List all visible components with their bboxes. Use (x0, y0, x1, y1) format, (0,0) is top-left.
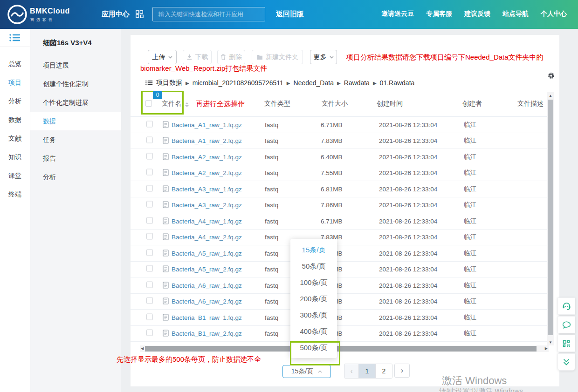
column-header-filename[interactable]: 文件名 (162, 100, 181, 108)
app-search-input[interactable] (152, 7, 265, 21)
select-all-checkbox[interactable] (145, 100, 152, 107)
file-name-link[interactable]: Bacteria_A4_raw_1.fq.gz (172, 217, 242, 224)
chevron-up-icon (318, 370, 322, 373)
page-number-button[interactable]: 2 (376, 364, 392, 378)
file-name-link[interactable]: Bacteria_A6_raw_1.fq.gz (172, 282, 242, 289)
breadcrumb-segment[interactable]: Rawdata (344, 79, 370, 87)
header-nav-item[interactable]: 邀请送云豆 (381, 10, 414, 18)
file-name-link[interactable]: Bacteria_A2_raw_1.fq.gz (172, 153, 242, 160)
file-name-link[interactable]: Bacteria_A5_raw_2.fq.gz (172, 266, 242, 273)
rail-item-1[interactable]: 项目 (0, 73, 30, 92)
row-checkbox[interactable] (146, 185, 153, 191)
file-name-link[interactable]: Bacteria_A1_raw_1.fq.gz (172, 121, 242, 128)
row-checkbox[interactable] (146, 297, 153, 304)
scroll-up-icon[interactable]: ▲ (547, 94, 554, 98)
vertical-scrollbar[interactable]: ▲ ▼ (547, 92, 554, 345)
customer-service-button[interactable] (557, 297, 575, 315)
menu-toggle-icon[interactable] (0, 29, 30, 47)
row-checkbox[interactable] (146, 313, 153, 320)
page-number-button[interactable]: 1 (359, 364, 376, 378)
bmk-logo-icon[interactable] (7, 4, 28, 27)
breadcrumb-segment[interactable]: 01.Rawdata (380, 79, 415, 87)
prev-page-button[interactable]: ‹ (344, 364, 359, 378)
gear-icon[interactable] (547, 72, 555, 81)
delete-label: 删除 (229, 53, 242, 61)
rail-item-0[interactable]: 总览 (0, 54, 30, 73)
download-button[interactable]: 下载 (183, 50, 212, 64)
scroll-left-icon[interactable]: ◀ (141, 346, 144, 351)
row-checkbox[interactable] (146, 121, 153, 127)
rail-item-4[interactable]: 文献 (0, 129, 30, 148)
new-folder-label: 新建文件夹 (266, 53, 298, 61)
file-name-link[interactable]: Bacteria_A5_raw_1.fq.gz (172, 250, 242, 257)
header-nav-item[interactable]: 建议反馈 (464, 10, 490, 18)
rail-item-2[interactable]: 分析 (0, 92, 30, 110)
file-creator: 临江 (464, 201, 476, 209)
app-center-link[interactable]: 应用中心 (102, 10, 130, 19)
row-checkbox[interactable] (146, 233, 153, 240)
header-nav-item[interactable]: 个人中心 (541, 10, 567, 18)
header-nav-item[interactable]: 专属客服 (426, 10, 452, 18)
page-size-option[interactable]: 500条/页 (290, 339, 337, 356)
rail-item-3[interactable]: 数据 (0, 110, 30, 129)
bmkcloud-app: BMKCloud 百迈客云 应用中心 返回旧版 邀请送云豆专属客服建议反馈站点导… (0, 0, 578, 392)
horizontal-scrollbar[interactable]: ◀ ▶ (140, 345, 549, 352)
breadcrumb-segment[interactable]: Needed_Data (294, 79, 334, 87)
page-size-option[interactable]: 15条/页 (290, 242, 337, 258)
breadcrumb-segment[interactable]: microbial_20210826095726511 (193, 79, 283, 87)
new-folder-button[interactable]: 新建文件夹 (252, 50, 303, 64)
file-doc-icon (163, 329, 169, 338)
page-size-option[interactable]: 200条/页 (290, 291, 337, 307)
sidebar-item-5[interactable]: 报告 (30, 149, 121, 168)
horizontal-scrollbar-thumb[interactable] (145, 346, 537, 351)
sidebar-item-4[interactable]: 任务 (30, 130, 121, 149)
qr-code-button[interactable] (557, 335, 575, 352)
page-size-option[interactable]: 100条/页 (290, 274, 337, 291)
file-name-link[interactable]: Bacteria_B1_raw_1.fq.gz (172, 314, 242, 321)
vertical-scrollbar-thumb[interactable] (548, 100, 553, 335)
collapse-button[interactable] (557, 353, 575, 371)
page-size-option[interactable]: 400条/页 (290, 323, 337, 339)
sidebar-item-3[interactable]: 数据 (30, 112, 121, 130)
row-checkbox[interactable] (146, 169, 153, 176)
file-name-link[interactable]: Bacteria_A2_raw_2.fq.gz (172, 169, 242, 176)
file-name-link[interactable]: Bacteria_B1_raw_2.fq.gz (172, 330, 242, 337)
breadcrumb-root[interactable]: 项目数据 (156, 79, 182, 87)
rail-item-6[interactable]: 课堂 (0, 166, 30, 185)
row-checkbox[interactable] (146, 201, 153, 208)
top-header: BMKCloud 百迈客云 应用中心 返回旧版 邀请送云豆专属客服建议反馈站点导… (0, 0, 578, 29)
page-size-option[interactable]: 50条/页 (290, 258, 337, 274)
row-checkbox[interactable] (146, 249, 153, 256)
rail-item-5[interactable]: 知识 (0, 148, 30, 166)
row-checkbox[interactable] (146, 217, 153, 223)
file-name-link[interactable]: Bacteria_A3_raw_2.fq.gz (172, 202, 242, 209)
rail-item-7[interactable]: 终端 (0, 185, 30, 203)
next-page-button[interactable]: › (394, 364, 410, 378)
header-nav-item[interactable]: 站点导航 (502, 10, 529, 18)
file-name-link[interactable]: Bacteria_A4_raw_2.fq.gz (172, 234, 242, 241)
page-size-option[interactable]: 300条/页 (290, 307, 337, 323)
file-name-link[interactable]: Bacteria_A3_raw_1.fq.gz (172, 185, 242, 192)
sidebar-item-1[interactable]: 创建个性化定制 (30, 74, 121, 93)
scroll-right-icon[interactable]: ▶ (545, 346, 548, 351)
row-checkbox[interactable] (146, 330, 153, 336)
file-name-link[interactable]: Bacteria_A6_raw_2.fq.gz (172, 298, 242, 305)
chat-button[interactable] (557, 316, 575, 333)
scroll-down-icon[interactable]: ▼ (547, 340, 554, 345)
page-size-select[interactable]: 15条/页 (282, 365, 331, 378)
row-checkbox[interactable] (146, 137, 153, 143)
upload-button[interactable]: 上传 (148, 50, 177, 64)
row-checkbox[interactable] (146, 265, 153, 272)
delete-button[interactable]: 删除 (217, 50, 245, 64)
more-button[interactable]: 更多 (310, 50, 337, 64)
row-checkbox[interactable] (146, 281, 153, 288)
app-grid-icon[interactable] (136, 10, 144, 20)
row-checkbox[interactable] (146, 153, 153, 159)
file-name-link[interactable]: Bacteria_A1_raw_2.fq.gz (172, 137, 242, 144)
sort-carets-icon[interactable] (185, 101, 189, 109)
sidebar-item-6[interactable]: 分析 (30, 168, 121, 186)
file-doc-icon (163, 136, 169, 145)
sidebar-item-0[interactable]: 项目进展 (30, 56, 121, 74)
back-to-old-version-link[interactable]: 返回旧版 (276, 10, 304, 19)
sidebar-item-2[interactable]: 个性化定制进展 (30, 93, 121, 112)
